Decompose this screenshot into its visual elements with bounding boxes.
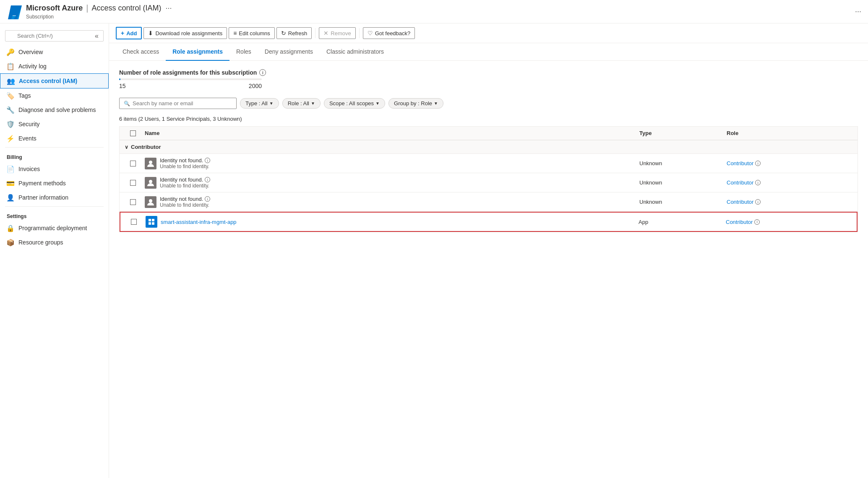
bolt-icon: ⚡ [7,135,14,142]
header-page-title: Access control (IAM) [92,4,162,13]
tab-deny-assignments[interactable]: Deny assignments [258,43,320,61]
row1-role-link[interactable]: Contributor [727,160,753,166]
role-assignments-count-section: Number of role assignments for this subs… [119,69,858,89]
row3-checkbox[interactable] [130,199,136,205]
sidebar-item-payment-methods[interactable]: 💳 Payment methods [0,176,109,190]
role-assignments-table: Name Type Role ∨ Contributor [119,126,858,232]
row3-name-cell: Identity not found. i Unable to find ide… [145,196,636,208]
azure-logo-icon [7,4,22,19]
search-input[interactable] [133,100,232,107]
sidebar-item-activity-log[interactable]: 📋 Activity log [0,59,109,73]
sidebar-invoices-label: Invoices [18,166,40,172]
sidebar-programmatic-label: Programmatic deployment [18,225,87,231]
row4-role-link[interactable]: Contributor [726,219,753,225]
row1-name-cell: Identity not found. i Unable to find ide… [145,157,636,169]
plus-icon: + [121,30,124,36]
tab-classic-admins[interactable]: Classic administrators [320,43,391,61]
sidebar-item-security[interactable]: 🛡️ Security [0,117,109,131]
row2-info-icon[interactable]: i [205,177,210,182]
sidebar-item-invoices[interactable]: 📄 Invoices [0,162,109,176]
tab-role-assignments[interactable]: Role assignments [166,43,229,61]
scope-filter-chip[interactable]: Scope : All scopes ▼ [324,98,385,109]
sidebar-search-container: 🔍 « [0,27,109,45]
row3-role-info-icon[interactable]: i [755,199,761,205]
toolbar: + Add ⬇ Download role assignments ≡ Edit… [109,23,868,43]
row3-role-link[interactable]: Contributor [727,199,753,205]
svg-rect-6 [152,222,154,225]
sidebar-item-partner-info[interactable]: 👤 Partner information [0,190,109,205]
sidebar-item-programmatic[interactable]: 🔒 Programmatic deployment [0,221,109,235]
content-body: Number of role assignments for this subs… [109,61,868,478]
sidebar-item-events[interactable]: ⚡ Events [0,131,109,145]
columns-icon: ≡ [233,30,237,36]
sidebar-item-tags[interactable]: 🏷️ Tags [0,88,109,103]
role-filter-chevron: ▼ [311,101,315,106]
header-separator: | [86,3,88,13]
settings-divider [5,206,104,207]
refresh-button[interactable]: ↻ Refresh [276,27,312,39]
sidebar-item-resource-groups[interactable]: 📦 Resource groups [0,235,109,249]
sidebar-resourcegroups-label: Resource groups [18,239,63,246]
add-label: Add [126,30,137,36]
ra-title-text: Number of role assignments for this subs… [119,69,257,76]
ra-title: Number of role assignments for this subs… [119,69,858,76]
group-contributor[interactable]: ∨ Contributor [120,140,858,154]
row1-role-info-icon[interactable]: i [755,161,761,166]
payment-icon: 💳 [7,179,14,187]
ra-info-icon[interactable]: i [259,69,266,76]
sidebar-activitylog-label: Activity log [18,63,47,70]
sidebar-search-input[interactable] [5,30,104,42]
row4-role-info-icon[interactable]: i [754,219,760,225]
group-filter-label: Group by : Role [394,100,432,107]
sidebar-item-overview[interactable]: 🔑 Overview [0,45,109,59]
edit-columns-button[interactable]: ≡ Edit columns [229,27,275,39]
tag-icon: 🏷️ [7,92,14,99]
header-name: Name [145,130,636,136]
heart-icon: ♡ [368,30,373,36]
row2-checkbox[interactable] [130,180,136,186]
row3-info-icon[interactable]: i [205,196,210,202]
type-filter-chip[interactable]: Type : All ▼ [240,98,279,109]
row2-name-text: Identity not found. i Unable to find ide… [160,177,210,189]
remove-label: Remove [331,30,351,36]
header-dots1[interactable]: ··· [166,4,172,13]
feedback-button[interactable]: ♡ Got feedback? [363,27,415,39]
row2-name-cell: Identity not found. i Unable to find ide… [145,177,636,189]
shield-icon: 🛡️ [7,120,14,128]
table-row-highlighted: smart-assistant-infra-mgmt-app App Contr… [120,212,858,232]
invoice-icon: 📄 [7,165,14,173]
row4-checkbox[interactable] [131,219,137,225]
sidebar-collapse-btn[interactable]: « [95,32,99,40]
row2-role-link[interactable]: Contributor [727,179,753,186]
sidebar-item-access-control[interactable]: 👥 Access control (IAM) [0,73,109,88]
sidebar-search-wrap: 🔍 « [5,30,104,42]
tab-classic-admins-label: Classic administrators [326,48,384,55]
sidebar-item-diagnose[interactable]: 🔧 Diagnose and solve problems [0,103,109,117]
add-button[interactable]: + Add [116,27,142,39]
remove-button[interactable]: ✕ Remove [319,27,355,39]
row1-info-icon[interactable]: i [205,158,210,163]
group-chevron-icon[interactable]: ∨ [125,144,128,150]
row1-type: Unknown [639,160,723,166]
content-area: + Add ⬇ Download role assignments ≡ Edit… [109,23,868,478]
download-button[interactable]: ⬇ Download role assignments [143,27,227,39]
svg-rect-4 [152,219,154,221]
billing-divider [5,147,104,148]
download-label: Download role assignments [155,30,222,36]
role-filter-chip[interactable]: Role : All ▼ [282,98,321,109]
tab-roles[interactable]: Roles [229,43,258,61]
row1-checkbox[interactable] [130,161,136,166]
row3-role: Contributor i [727,199,852,205]
users-icon: 👥 [7,77,15,85]
group-filter-chip[interactable]: Group by : Role ▼ [388,98,443,109]
row2-role-info-icon[interactable]: i [755,180,761,185]
group-label: Contributor [131,144,161,150]
ra-progress-bar [119,78,262,80]
header-dots2[interactable]: ··· [855,7,861,16]
row3-name-text: Identity not found. i Unable to find ide… [160,196,210,208]
row4-app-link[interactable]: smart-assistant-infra-mgmt-app [161,219,237,225]
search-filter[interactable]: 🔍 [119,98,237,109]
tab-check-access[interactable]: Check access [116,43,166,61]
header-checkbox[interactable] [130,130,136,136]
book-icon: 📋 [7,62,14,70]
